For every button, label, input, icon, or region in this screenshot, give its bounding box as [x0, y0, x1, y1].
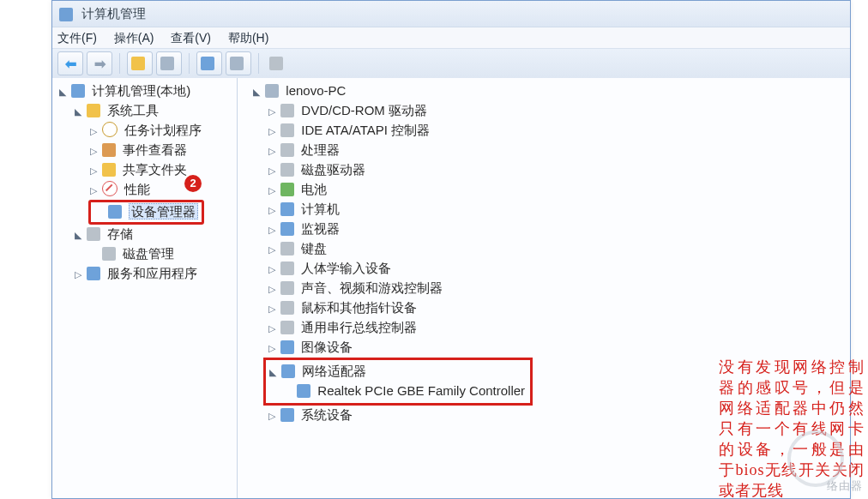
expand-icon[interactable]: ▷ [267, 260, 277, 279]
tree-system-tools[interactable]: ◣ 系统工具 ▷ 任务计划程序 [73, 101, 237, 225]
menu-action[interactable]: 操作(A) [114, 31, 154, 45]
collapse-icon[interactable]: ◣ [251, 82, 262, 101]
toolbar: ⬅ ➡ [52, 49, 850, 79]
tree-storage[interactable]: ◣ 存储 ▷ 磁盘管理 [73, 225, 237, 264]
expand-icon[interactable]: ▷ [88, 161, 99, 180]
toolbar-btn-1[interactable] [127, 51, 153, 75]
dev-keyboard[interactable]: ▷ 键盘 [267, 239, 850, 259]
dev-hid[interactable]: ▷ 人体学输入设备 [267, 259, 850, 279]
collapse-icon[interactable]: ◣ [268, 363, 278, 382]
toolbar-btn-3[interactable] [196, 51, 222, 75]
collapse-icon[interactable]: ◣ [73, 102, 83, 121]
computer-icon [280, 202, 294, 216]
expand-icon[interactable]: ▷ [88, 181, 99, 200]
clock-icon [102, 122, 118, 137]
dev-mouse[interactable]: ▷ 鼠标和其他指针设备 [267, 298, 850, 318]
expand-icon[interactable]: ▷ [88, 141, 99, 160]
collapse-icon[interactable]: ◣ [57, 82, 68, 101]
expand-icon[interactable]: ▷ [88, 122, 99, 141]
dev-imaging[interactable]: ▷ 图像设备 [267, 338, 850, 358]
nic-icon [297, 384, 310, 398]
expand-icon[interactable]: ▷ [267, 299, 277, 318]
console2-icon [230, 57, 244, 70]
tree-device-manager[interactable]: ▷ 设备管理器 [88, 200, 237, 225]
expand-icon[interactable]: ▷ [267, 319, 277, 338]
dev-ide[interactable]: ▷ IDE ATA/ATAPI 控制器 [267, 121, 850, 141]
tree-task-scheduler[interactable]: ▷ 任务计划程序 [88, 121, 237, 141]
expand-icon[interactable]: ▷ [267, 141, 277, 160]
help-icon [201, 57, 214, 70]
sound-icon [280, 281, 294, 295]
toolbar-btn-5[interactable] [266, 52, 290, 75]
app-icon [59, 8, 73, 21]
computer-icon [71, 84, 85, 98]
expand-icon[interactable]: ▷ [267, 161, 277, 180]
toolbar-separator [119, 53, 120, 74]
menu-help[interactable]: 帮助(H) [228, 31, 268, 45]
console-icon [160, 57, 174, 70]
callout-badge-2: 2 [184, 175, 202, 192]
mouse-icon [280, 301, 294, 315]
folder-icon [131, 57, 145, 70]
cpu-icon [280, 143, 294, 157]
menu-file[interactable]: 文件(F) [57, 31, 97, 45]
menu-view[interactable]: 查看(V) [171, 31, 211, 45]
battery-icon [280, 183, 294, 196]
expand-icon[interactable]: ▷ [267, 201, 277, 219]
arrow-right-icon: ➡ [94, 56, 105, 72]
expand-icon[interactable]: ▷ [267, 122, 277, 141]
monitor-icon [280, 222, 294, 236]
tree-performance[interactable]: ▷ 性能 2 [88, 180, 237, 200]
expand-icon[interactable]: ▷ [73, 265, 83, 284]
left-tree-pane[interactable]: ◣ 计算机管理(本地) ◣ 系统工具 ▷ [52, 78, 238, 498]
expand-icon[interactable]: ▷ [267, 181, 277, 200]
share-icon [102, 163, 116, 177]
dev-sound[interactable]: ▷ 声音、视频和游戏控制器 [267, 279, 850, 298]
dev-battery[interactable]: ▷ 电池 [267, 180, 850, 200]
tree-root-local[interactable]: ◣ 计算机管理(本地) ◣ 系统工具 ▷ [57, 81, 237, 284]
nav-forward-button[interactable]: ➡ [87, 51, 112, 75]
dev-computer[interactable]: ▷ 计算机 [267, 200, 850, 219]
device-icon [269, 57, 283, 70]
dev-monitor[interactable]: ▷ 监视器 [267, 219, 850, 239]
tree-event-viewer[interactable]: ▷ 事件查看器 [88, 141, 237, 160]
imaging-icon [280, 340, 294, 354]
hid-icon [280, 262, 294, 275]
device-mgr-icon [108, 205, 122, 219]
toolbar-btn-4[interactable] [226, 51, 251, 75]
diskdrive-icon [280, 163, 294, 177]
perf-icon [102, 181, 118, 196]
tree-services-apps[interactable]: ▷ 服务和应用程序 [73, 264, 237, 284]
highlight-network-adapter: ◣ 网络适配器 ▷ Realtek PCIe GBE Family Contro… [263, 358, 533, 406]
collapse-icon[interactable]: ◣ [73, 225, 83, 244]
dev-nic-realtek[interactable]: ▷ Realtek PCIe GBE Family Controller [283, 382, 525, 401]
highlight-device-manager: ▷ 设备管理器 [88, 200, 204, 225]
toolbar-separator [258, 53, 259, 74]
expand-icon[interactable]: ▷ [267, 406, 277, 425]
title-bar[interactable]: 计算机管理 [52, 1, 850, 27]
dev-usb[interactable]: ▷ 通用串行总线控制器 [267, 318, 850, 338]
watermark-text: 络由器 [827, 478, 863, 494]
nav-back-button[interactable]: ⬅ [57, 51, 83, 75]
expand-icon[interactable]: ▷ [267, 220, 277, 239]
tree-disk-mgmt[interactable]: ▷ 磁盘管理 [88, 244, 237, 264]
expand-icon[interactable]: ▷ [267, 240, 277, 259]
tree-shared-folders[interactable]: ▷ 共享文件夹 [88, 160, 237, 180]
tools-icon [87, 104, 100, 117]
expand-icon[interactable]: ▷ [267, 280, 277, 298]
ide-icon [280, 123, 294, 137]
disk-icon [102, 247, 116, 261]
dev-disk[interactable]: ▷ 磁盘驱动器 [267, 160, 850, 180]
expand-icon[interactable]: ▷ [267, 339, 277, 358]
arrow-left-icon: ⬅ [65, 56, 76, 72]
storage-icon [87, 227, 100, 241]
toolbar-btn-2[interactable] [156, 51, 182, 75]
expand-icon[interactable]: ▷ [267, 102, 277, 121]
services-icon [87, 267, 100, 280]
dev-dvd[interactable]: ▷ DVD/CD-ROM 驱动器 [267, 101, 850, 121]
menu-bar: 文件(F) 操作(A) 查看(V) 帮助(H) [52, 27, 850, 49]
event-icon [102, 143, 116, 157]
dvd-icon [280, 104, 294, 117]
keyboard-icon [280, 242, 294, 256]
dev-cpu[interactable]: ▷ 处理器 [267, 141, 850, 160]
